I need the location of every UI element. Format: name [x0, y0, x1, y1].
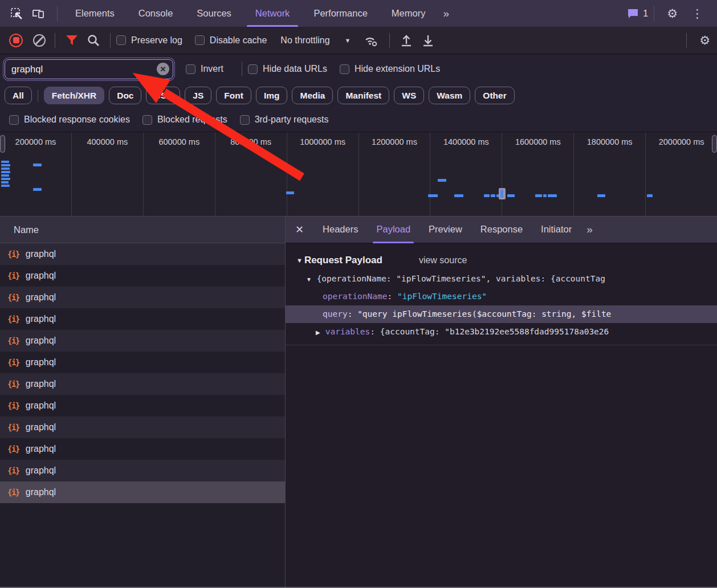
divider — [654, 6, 654, 21]
json-braces-icon: {i} — [7, 379, 19, 389]
timeline-tick: 1600000 ms — [502, 132, 573, 216]
tab-payload[interactable]: Payload — [367, 217, 419, 243]
chip-wasm[interactable]: Wasm — [429, 87, 470, 104]
table-row[interactable]: {i}graphql — [0, 460, 285, 481]
timeline-tick: 600000 ms — [143, 132, 215, 216]
request-bar — [33, 164, 42, 166]
timeline-tick: 800000 ms — [215, 132, 287, 216]
table-row[interactable]: {i}graphql — [0, 243, 285, 265]
request-payload-section[interactable]: ▼ Request Payload view source — [286, 251, 717, 270]
chip-img[interactable]: Img — [256, 87, 288, 104]
request-details-panel: ✕ HeadersPayloadPreviewResponseInitiator… — [286, 217, 717, 588]
table-row[interactable]: {i}graphql — [0, 287, 285, 308]
chip-fetch-xhr[interactable]: Fetch/XHR — [44, 87, 104, 104]
throttling-select[interactable]: No throttling ▼ — [280, 35, 351, 46]
table-row[interactable]: {i}graphql — [0, 395, 285, 416]
chip-font[interactable]: Font — [216, 87, 251, 104]
tab-initiator[interactable]: Initiator — [532, 217, 581, 243]
tab-elements[interactable]: Elements — [63, 0, 127, 27]
payload-operation-line[interactable]: operationName: "ipFlowTimeseries" — [286, 288, 717, 305]
inspect-element-icon[interactable] — [8, 5, 25, 22]
table-row[interactable]: {i}graphql — [0, 265, 285, 287]
timeline-columns: 200000 ms400000 ms600000 ms800000 ms1000… — [0, 132, 717, 216]
tab-memory[interactable]: Memory — [380, 0, 438, 27]
collapse-triangle-icon: ▼ — [296, 257, 303, 264]
issues-counter[interactable]: 1 — [627, 8, 648, 19]
table-row[interactable]: {i}graphql — [0, 373, 285, 395]
settings-gear-icon[interactable]: ⚙ — [660, 7, 685, 21]
filter-text-input[interactable]: graphql ✕ — [5, 59, 173, 79]
divider — [110, 33, 111, 48]
blocked-requests-checkbox[interactable]: Blocked requests — [142, 115, 227, 125]
timeline-tick: 1400000 ms — [430, 132, 502, 216]
divider — [686, 33, 687, 48]
payload-root-text: {operationName: "ipFlowTimeseries", vari… — [317, 274, 605, 283]
chip-other[interactable]: Other — [475, 87, 514, 104]
details-tabs: HeadersPayloadPreviewResponseInitiator — [313, 217, 581, 243]
request-bar — [1, 168, 10, 170]
network-settings-gear-icon[interactable]: ⚙ — [692, 34, 717, 47]
search-icon[interactable] — [87, 34, 100, 47]
tab-response[interactable]: Response — [471, 217, 532, 243]
request-bar — [286, 191, 294, 194]
request-bar — [1, 174, 9, 177]
clear-filter-icon[interactable]: ✕ — [157, 63, 169, 75]
blocked-response-cookies-checkbox[interactable]: Blocked response cookies — [9, 115, 130, 125]
chip-css[interactable]: CSS — [146, 87, 180, 104]
preserve-log-checkbox[interactable]: Preserve log — [116, 35, 182, 46]
request-name: graphql — [26, 401, 56, 411]
details-more-tabs-icon[interactable]: » — [581, 223, 597, 236]
request-bar — [33, 188, 42, 191]
selected-request-bar — [500, 190, 503, 198]
checkbox — [195, 35, 205, 45]
tab-performance[interactable]: Performance — [302, 0, 379, 27]
device-toolbar-icon[interactable] — [30, 5, 47, 22]
json-braces-icon: {i} — [7, 423, 19, 432]
table-row[interactable]: {i}graphql — [0, 330, 285, 352]
record-button[interactable] — [9, 34, 23, 47]
table-row[interactable]: {i}graphql — [0, 481, 285, 503]
invert-checkbox[interactable]: Invert — [186, 64, 223, 74]
hide-data-urls-checkbox[interactable]: Hide data URLs — [248, 64, 327, 74]
table-row[interactable]: {i}graphql — [0, 416, 285, 438]
tab-headers[interactable]: Headers — [313, 217, 367, 243]
preserve-log-label: Preserve log — [131, 35, 182, 46]
timeline-left-handle[interactable] — [0, 135, 5, 153]
table-row[interactable]: {i}graphql — [0, 308, 285, 330]
view-source-link[interactable]: view source — [419, 255, 467, 266]
import-har-icon[interactable] — [400, 34, 413, 47]
chip-ws[interactable]: WS — [394, 87, 424, 104]
kebab-menu-icon[interactable]: ⋮ — [685, 7, 710, 21]
timeline-tick: 200000 ms — [0, 132, 71, 216]
timeline-right-handle[interactable] — [712, 135, 717, 153]
close-details-icon[interactable]: ✕ — [286, 223, 313, 236]
network-conditions-icon[interactable] — [363, 34, 379, 47]
export-har-icon[interactable] — [422, 34, 434, 47]
filter-icon[interactable] — [66, 35, 78, 46]
more-tabs-icon[interactable]: » — [437, 7, 454, 20]
network-overview-timeline[interactable]: 200000 ms400000 ms600000 ms800000 ms1000… — [0, 132, 717, 217]
tab-console[interactable]: Console — [127, 0, 185, 27]
hide-extension-urls-checkbox[interactable]: Hide extension URLs — [340, 64, 440, 74]
chip-all[interactable]: All — [5, 87, 32, 104]
table-row[interactable]: {i}graphql — [0, 438, 285, 460]
clear-network-log-icon[interactable] — [33, 34, 46, 47]
name-column-header[interactable]: Name — [0, 217, 285, 243]
tab-network[interactable]: Network — [243, 0, 302, 27]
chip-media[interactable]: Media — [292, 87, 333, 104]
payload-query-line-selected[interactable]: query: "query ipFlowTimeseries($accountT… — [286, 305, 717, 323]
payload-key: variables — [325, 327, 370, 336]
json-braces-icon: {i} — [7, 293, 19, 302]
tab-preview[interactable]: Preview — [419, 217, 471, 243]
tab-sources[interactable]: Sources — [185, 0, 243, 27]
disable-cache-checkbox[interactable]: Disable cache — [195, 35, 267, 46]
chip-manifest[interactable]: Manifest — [337, 87, 389, 104]
request-payload-title: Request Payload — [304, 255, 382, 266]
chip-js[interactable]: JS — [185, 87, 211, 104]
table-row[interactable]: {i}graphql — [0, 352, 285, 373]
payload-root-line[interactable]: ▼ {operationName: "ipFlowTimeseries", va… — [286, 270, 717, 288]
3rd-party-requests-checkbox[interactable]: 3rd-party requests — [240, 115, 329, 125]
payload-variables-line[interactable]: ▶variables: {accountTag: "b12e3b2192ee55… — [286, 323, 717, 341]
hide-data-urls-label: Hide data URLs — [263, 64, 327, 74]
chip-doc[interactable]: Doc — [109, 87, 141, 104]
